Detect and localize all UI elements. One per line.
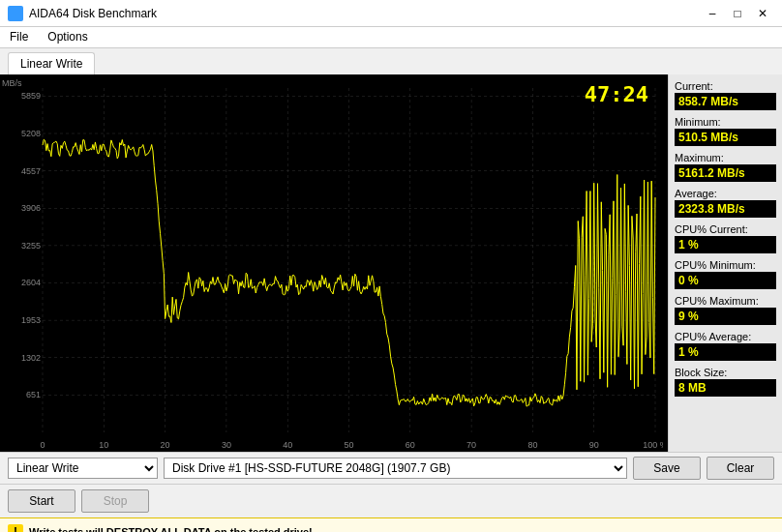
warning-bar: ! Write tests will DESTROY ALL DATA on t… [0, 517, 782, 532]
current-value: 858.7 MB/s [675, 93, 776, 110]
tab-bar: Linear Write [0, 48, 782, 74]
menu-bar: File Options [0, 27, 782, 48]
cpu-current-label: CPU% Current: [675, 223, 776, 235]
minimum-value: 510.5 MB/s [675, 129, 776, 146]
tab-linear-write[interactable]: Linear Write [8, 52, 95, 74]
maximize-button[interactable]: □ [726, 4, 749, 23]
stats-panel: Current: 858.7 MB/s Minimum: 510.5 MB/s … [668, 74, 782, 452]
stop-button[interactable]: Stop [81, 489, 149, 513]
test-select[interactable]: Linear Write Linear Read Random Write Ra… [8, 458, 158, 479]
cpu-average-label: CPU% Average: [675, 331, 776, 342]
save-button[interactable]: Save [633, 457, 701, 480]
start-button[interactable]: Start [8, 489, 75, 513]
current-label: Current: [675, 80, 776, 92]
app-icon [8, 6, 23, 21]
maximum-label: Maximum: [675, 152, 776, 163]
average-value: 2323.8 MB/s [675, 200, 776, 218]
cpu-average-value: 1 % [675, 343, 776, 361]
button-bar: Start Stop [0, 485, 782, 517]
minimum-label: Minimum: [675, 116, 776, 128]
chart-area: MB/s 47:24 [0, 74, 668, 452]
window-title: AIDA64 Disk Benchmark [29, 7, 157, 20]
disk-select[interactable]: Disk Drive #1 [HS-SSD-FUTURE 2048G] (190… [164, 458, 627, 479]
average-label: Average: [675, 188, 776, 199]
menu-file[interactable]: File [4, 29, 34, 45]
menu-options[interactable]: Options [42, 29, 93, 45]
maximum-value: 5161.2 MB/s [675, 164, 776, 182]
block-size-value: 8 MB [675, 379, 776, 397]
minimize-button[interactable]: – [701, 4, 724, 23]
main-content: MB/s 47:24 Current: 858.7 MB/s Minimum: … [0, 74, 782, 452]
warning-text: Write tests will DESTROY ALL DATA on the… [29, 526, 313, 533]
cpu-current-value: 1 % [675, 236, 776, 253]
block-size-label: Block Size: [675, 367, 776, 378]
warning-icon: ! [8, 524, 23, 533]
controls-bar: Linear Write Linear Read Random Write Ra… [0, 452, 782, 485]
chart-timer: 47:24 [585, 82, 648, 106]
clear-button[interactable]: Clear [707, 457, 774, 480]
cpu-maximum-value: 9 % [675, 308, 776, 325]
title-bar: AIDA64 Disk Benchmark – □ ✕ [0, 0, 782, 27]
close-button[interactable]: ✕ [751, 4, 774, 23]
cpu-maximum-label: CPU% Maximum: [675, 295, 776, 307]
cpu-minimum-value: 0 % [675, 272, 776, 289]
cpu-minimum-label: CPU% Minimum: [675, 259, 776, 271]
